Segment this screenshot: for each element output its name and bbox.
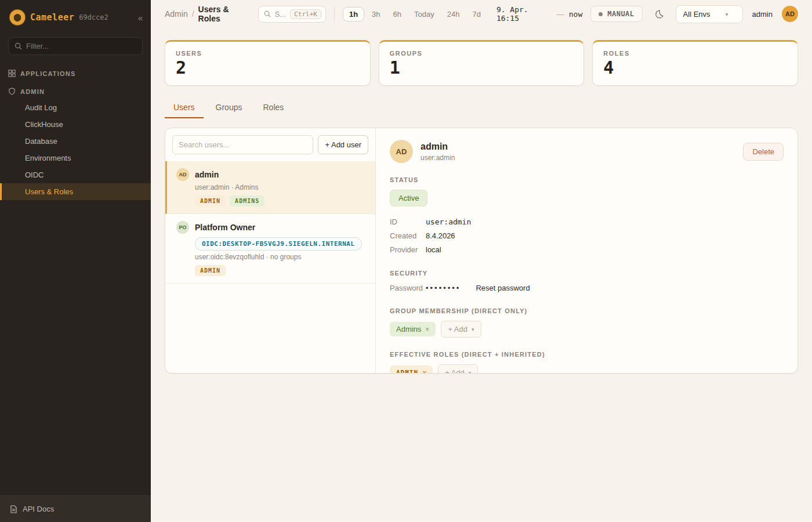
add-group-button[interactable]: + Add ▾	[441, 321, 481, 338]
shield-icon	[8, 88, 16, 95]
tab-roles[interactable]: Roles	[254, 97, 292, 118]
reset-password-link[interactable]: Reset password	[476, 284, 530, 292]
avatar: AD	[176, 168, 189, 181]
user-detail-pane: AD admin user:admin Delete STATUS Active…	[376, 128, 798, 373]
main-content: USERS 2 GROUPS 1 ROLES 4 Users Groups Ro…	[151, 28, 812, 522]
security-section-label: SECURITY	[390, 270, 784, 277]
status-section-label: STATUS	[390, 176, 784, 183]
remove-icon[interactable]: ×	[425, 325, 429, 334]
add-group-label: + Add	[448, 325, 467, 334]
tab-users[interactable]: Users	[165, 97, 204, 118]
stat-label: ROLES	[603, 50, 787, 57]
moon-icon	[654, 9, 664, 19]
users-panel: + Add user AD admin user:admin · Admins …	[165, 128, 798, 374]
stats-row: USERS 2 GROUPS 1 ROLES 4	[165, 40, 798, 86]
environment-select[interactable]: All Envs ▾	[676, 5, 743, 23]
status-badge: Active	[390, 190, 427, 206]
search-hint: S...	[275, 10, 287, 19]
environment-select-value: All Envs	[683, 10, 710, 19]
refresh-mode-label: MANUAL	[607, 10, 634, 18]
breadcrumb-admin[interactable]: Admin	[165, 9, 188, 19]
user-name: Platform Owner	[195, 223, 255, 232]
range-3h-button[interactable]: 3h	[367, 7, 385, 21]
user-detail-header: AD admin user:admin Delete	[390, 140, 784, 163]
dark-mode-toggle[interactable]	[652, 7, 666, 21]
api-docs-link[interactable]: API Docs	[0, 495, 151, 522]
password-label: Password	[390, 284, 426, 292]
breadcrumb-current: Users & Roles	[198, 5, 250, 23]
remove-icon[interactable]: ×	[422, 369, 426, 374]
time-start: 9. Apr. 16:15	[496, 5, 552, 23]
range-1h-button[interactable]: 1h	[343, 7, 364, 21]
sidebar-filter[interactable]	[8, 37, 143, 55]
role-chip-label: ADMIN	[396, 369, 418, 373]
search-shortcut: Ctrl+K	[290, 9, 321, 19]
field-value-id: user:admin	[426, 217, 471, 226]
user-list-controls: + Add user	[165, 128, 375, 161]
sidebar-item-oidc[interactable]: OIDC	[0, 166, 151, 183]
stat-value: 4	[603, 58, 787, 77]
role-badge: ADMIN	[195, 195, 226, 206]
range-7d-button[interactable]: 7d	[467, 7, 485, 21]
refresh-mode-button[interactable]: MANUAL	[590, 6, 642, 22]
time-span[interactable]: 9. Apr. 16:15 — now	[496, 5, 582, 23]
global-search-button[interactable]: S... Ctrl+K	[258, 6, 326, 23]
main-column: Admin / Users & Roles S... Ctrl+K 1h 3h …	[151, 0, 812, 522]
add-user-button[interactable]: + Add user	[318, 135, 368, 154]
stat-value: 2	[176, 58, 360, 77]
sidebar-item-database[interactable]: Database	[0, 133, 151, 150]
breadcrumb-separator: /	[192, 9, 194, 19]
sidebar-section-applications[interactable]: APPLICATIONS	[0, 63, 151, 81]
app-build-id: 69dcce2	[79, 13, 108, 21]
user-meta: user:oidc:8evzqofluhld · no groups	[195, 253, 366, 261]
user-list-item-admin[interactable]: AD admin user:admin · Admins ADMIN ADMIN…	[165, 161, 375, 214]
top-bar: Admin / Users & Roles S... Ctrl+K 1h 3h …	[151, 0, 812, 28]
user-list-pane: + Add user AD admin user:admin · Admins …	[165, 128, 376, 373]
detail-user-name: admin	[420, 142, 455, 152]
stat-value: 1	[390, 58, 574, 77]
user-meta: user:admin · Admins	[195, 183, 366, 191]
sidebar-item-users-roles[interactable]: Users & Roles	[0, 183, 151, 200]
password-mask: ••••••••	[426, 284, 461, 292]
sidebar-filter-input[interactable]	[26, 42, 136, 50]
tab-groups[interactable]: Groups	[207, 97, 251, 118]
document-icon	[9, 505, 17, 513]
stat-card-users[interactable]: USERS 2	[165, 40, 371, 86]
effective-roles-section-label: EFFECTIVE ROLES (DIRECT + INHERITED)	[390, 351, 784, 358]
current-username: admin	[752, 10, 773, 19]
stat-card-groups[interactable]: GROUPS 1	[379, 40, 585, 86]
sidebar-header: Cameleer 69dcce2 «	[0, 0, 151, 34]
sidebar-item-audit-log[interactable]: Audit Log	[0, 99, 151, 116]
time-separator: —	[557, 10, 564, 19]
user-search-input[interactable]	[172, 135, 313, 154]
sidebar-item-environments[interactable]: Environments	[0, 150, 151, 166]
tab-bar: Users Groups Roles	[165, 97, 798, 118]
sidebar-collapse-button[interactable]: «	[138, 13, 143, 23]
group-chips-row: Admins × + Add ▾	[390, 321, 784, 338]
range-today-button[interactable]: Today	[409, 7, 440, 21]
header-right-cluster: MANUAL All Envs ▾ admin AD	[590, 5, 798, 23]
user-name: admin	[195, 170, 219, 179]
field-label-created: Created	[390, 231, 426, 240]
sidebar-section-admin[interactable]: ADMIN	[0, 81, 151, 99]
group-chip-admins[interactable]: Admins ×	[390, 322, 436, 336]
section-label: APPLICATIONS	[20, 70, 75, 77]
delete-user-button[interactable]: Delete	[743, 143, 784, 161]
user-list-item-platform-owner[interactable]: PO Platform Owner OIDC:DESKTOP-FB5VGJ9.S…	[165, 214, 375, 284]
field-label-provider: Provider	[390, 245, 426, 254]
stat-label: GROUPS	[390, 50, 574, 57]
stat-label: USERS	[176, 50, 360, 57]
role-chip-admin[interactable]: ADMIN ×	[390, 365, 433, 374]
section-label: ADMIN	[20, 88, 45, 95]
header-divider	[334, 7, 335, 21]
range-6h-button[interactable]: 6h	[388, 7, 407, 21]
sidebar-item-clickhouse[interactable]: ClickHouse	[0, 116, 151, 133]
add-role-button[interactable]: + Add ▾	[438, 364, 478, 373]
range-24h-button[interactable]: 24h	[442, 7, 465, 21]
stat-card-roles[interactable]: ROLES 4	[592, 40, 798, 86]
user-avatar[interactable]: AD	[782, 6, 798, 22]
detail-user-id: user:admin	[420, 154, 455, 162]
avatar: AD	[390, 140, 413, 163]
group-badge: ADMINS	[230, 195, 264, 206]
field-label-id: ID	[390, 217, 426, 226]
